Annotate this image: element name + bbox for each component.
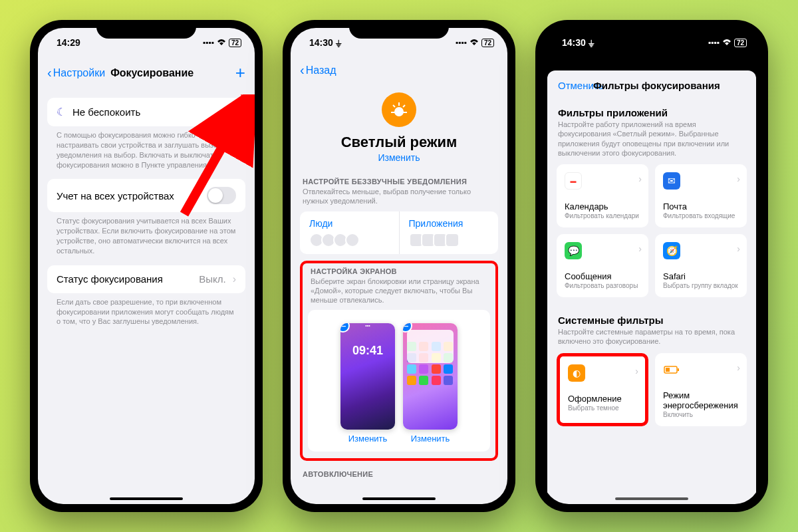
share-across-label: Учет на всех устройствах bbox=[57, 190, 200, 201]
status-right: ▪▪▪▪ 72 bbox=[708, 38, 747, 47]
dnd-row[interactable]: ☾ Не беспокоить › bbox=[47, 98, 245, 126]
safari-tile[interactable]: 🧭 › Safari Выбрать группу вкладок bbox=[655, 234, 747, 297]
status-time: 14:29 bbox=[57, 37, 80, 48]
safari-icon: 🧭 bbox=[663, 242, 680, 259]
notif-section-header: НАСТРОЙТЕ БЕЗЗВУЧНЫЕ УВЕДОМЛЕНИЯ bbox=[300, 178, 498, 186]
back-label: Назад bbox=[306, 65, 336, 76]
widget-preview bbox=[407, 330, 454, 363]
home-indicator[interactable] bbox=[615, 497, 688, 500]
calendar-tile[interactable]: ▬ › Календарь Фильтровать календари bbox=[557, 164, 648, 227]
back-label: Настройки bbox=[53, 67, 105, 79]
sys-filters-title: Системные фильтры bbox=[557, 308, 747, 327]
messages-icon: 💬 bbox=[565, 242, 582, 259]
app-filters-title: Фильтры приложений bbox=[557, 100, 747, 120]
focus-status-value: Выкл. bbox=[199, 273, 225, 285]
dnd-label: Не беспокоить bbox=[72, 106, 226, 118]
sys-filter-tiles: ◐ › Оформление Выбрать темное › Режим эн… bbox=[557, 353, 747, 426]
calendar-icon: ▬ bbox=[565, 172, 582, 190]
appearance-tile[interactable]: ◐ › Оформление Выбрать темное bbox=[557, 353, 648, 426]
battery-icon: 72 bbox=[481, 39, 494, 47]
status-footer: Если дать свое разрешение, то при включе… bbox=[47, 293, 245, 327]
svg-line-7 bbox=[403, 105, 405, 107]
status-right: ▪▪▪▪ 72 bbox=[203, 38, 241, 47]
wifi-icon bbox=[217, 38, 226, 47]
tile-sub: Фильтровать календари bbox=[565, 212, 640, 219]
back-button[interactable]: ‹ Назад bbox=[300, 63, 336, 78]
chevron-right-icon: › bbox=[638, 174, 642, 184]
dnd-footer: С помощью фокусирования можно гибко наст… bbox=[47, 126, 245, 170]
chevron-right-icon: › bbox=[635, 366, 638, 376]
focus-status-label: Статус фокусирования bbox=[57, 273, 192, 285]
svg-line-6 bbox=[393, 105, 395, 107]
status-right: ▪▪▪▪ 72 bbox=[456, 38, 494, 47]
appearance-icon: ◐ bbox=[568, 364, 585, 382]
tile-sub: Выбрать группу вкладок bbox=[663, 282, 739, 289]
sheet-nav: Отменить Фильтры фокусирования bbox=[547, 70, 756, 98]
chevron-right-icon: › bbox=[737, 362, 740, 373]
svg-rect-4 bbox=[391, 112, 407, 113]
thumb-time: 09:41 bbox=[340, 328, 395, 358]
tile-sub: Включить bbox=[663, 411, 739, 418]
nav-bar: ‹ Назад bbox=[291, 57, 507, 83]
apps-label: Приложения bbox=[409, 218, 489, 229]
notch bbox=[96, 20, 196, 39]
chevron-right-icon: › bbox=[233, 273, 236, 285]
mode-title: Светлый режим bbox=[300, 134, 498, 151]
home-screen-thumb[interactable]: − Изменить bbox=[403, 323, 458, 444]
back-button[interactable]: ‹ Настройки bbox=[47, 65, 105, 80]
svg-rect-10 bbox=[678, 368, 679, 371]
notch bbox=[602, 20, 702, 39]
lock-change-button[interactable]: Изменить bbox=[340, 434, 395, 444]
chevron-right-icon: › bbox=[737, 174, 740, 184]
screen-thumbnails: − ••• 09:41 Изменить − bbox=[316, 323, 482, 444]
sys-filters-desc: Настройте системные параметры на то врем… bbox=[557, 327, 747, 353]
phone-1: 14:29 ▪▪▪▪ 72 ‹ Настройки Фокусирование … bbox=[30, 20, 263, 512]
chevron-left-icon: ‹ bbox=[300, 63, 305, 78]
annotation-highlight-box: НАСТРОЙКА ЭКРАНОВ Выберите экран блокиро… bbox=[300, 261, 498, 462]
people-avatars bbox=[309, 233, 390, 247]
mail-tile[interactable]: ✉ › Почта Фильтровать входящие bbox=[655, 164, 747, 227]
tile-title: Оформление bbox=[568, 394, 637, 404]
tile-title: Почта bbox=[663, 201, 739, 211]
phone-2: 14:30 ⏚ ▪▪▪▪ 72 ‹ Назад Светлый режим Из… bbox=[283, 20, 515, 512]
mail-icon: ✉ bbox=[663, 172, 680, 190]
people-apps-row: Люди Приложения bbox=[300, 211, 498, 254]
screens-section-desc: Выберите экран блокировки или страницу э… bbox=[308, 275, 490, 311]
mode-header: Светлый режим Изменить bbox=[300, 83, 498, 168]
signal-icon: ▪▪▪▪ bbox=[456, 38, 467, 47]
tile-title: Safari bbox=[663, 271, 739, 281]
apps-avatars bbox=[409, 233, 489, 247]
signal-icon: ▪▪▪▪ bbox=[708, 38, 720, 47]
home-change-button[interactable]: Изменить bbox=[403, 434, 458, 444]
chevron-right-icon: › bbox=[233, 106, 236, 118]
apps-button[interactable]: Приложения bbox=[399, 211, 499, 254]
focus-status-row[interactable]: Статус фокусирования Выкл. › bbox=[47, 265, 245, 293]
phone-3: 14:30 ⏚ ▪▪▪▪ 72 Отменить Фильтры фокусир… bbox=[535, 20, 768, 512]
add-focus-button[interactable]: + bbox=[235, 63, 245, 83]
screen-focus-detail: 14:30 ⏚ ▪▪▪▪ 72 ‹ Назад Светлый режим Из… bbox=[291, 28, 507, 504]
home-indicator[interactable] bbox=[362, 497, 436, 500]
signal-icon: ▪▪▪▪ bbox=[203, 38, 214, 47]
share-across-row[interactable]: Учет на всех устройствах bbox=[47, 179, 245, 212]
status-time: 14:30 ⏚ bbox=[309, 37, 341, 48]
share-footer: Статус фокусирования учитывается на всех… bbox=[47, 212, 245, 255]
messages-tile[interactable]: 💬 › Сообщения Фильтровать разговоры bbox=[557, 234, 648, 297]
wifi-icon bbox=[722, 38, 732, 47]
notch bbox=[349, 20, 449, 39]
battery-icon: 72 bbox=[229, 39, 241, 47]
people-button[interactable]: Люди bbox=[300, 211, 399, 254]
moon-icon: ☾ bbox=[57, 106, 66, 118]
share-across-toggle[interactable] bbox=[207, 187, 236, 204]
screen-focus-list: 14:29 ▪▪▪▪ 72 ‹ Настройки Фокусирование … bbox=[38, 28, 255, 504]
page-title: Фокусирование bbox=[110, 67, 235, 79]
people-label: Люди bbox=[309, 218, 390, 229]
lock-screen-thumb[interactable]: − ••• 09:41 Изменить bbox=[340, 323, 395, 444]
tile-title: Сообщения bbox=[565, 271, 640, 281]
wifi-icon bbox=[469, 38, 479, 47]
home-indicator[interactable] bbox=[110, 497, 183, 500]
mode-change-button[interactable]: Изменить bbox=[300, 152, 498, 163]
tile-sub: Фильтровать входящие bbox=[663, 212, 739, 219]
battery-icon: 72 bbox=[734, 39, 747, 47]
lowpower-tile[interactable]: › Режим энергосбережения Включить bbox=[655, 353, 747, 426]
filters-sheet: Отменить Фильтры фокусирования Фильтры п… bbox=[547, 70, 756, 504]
